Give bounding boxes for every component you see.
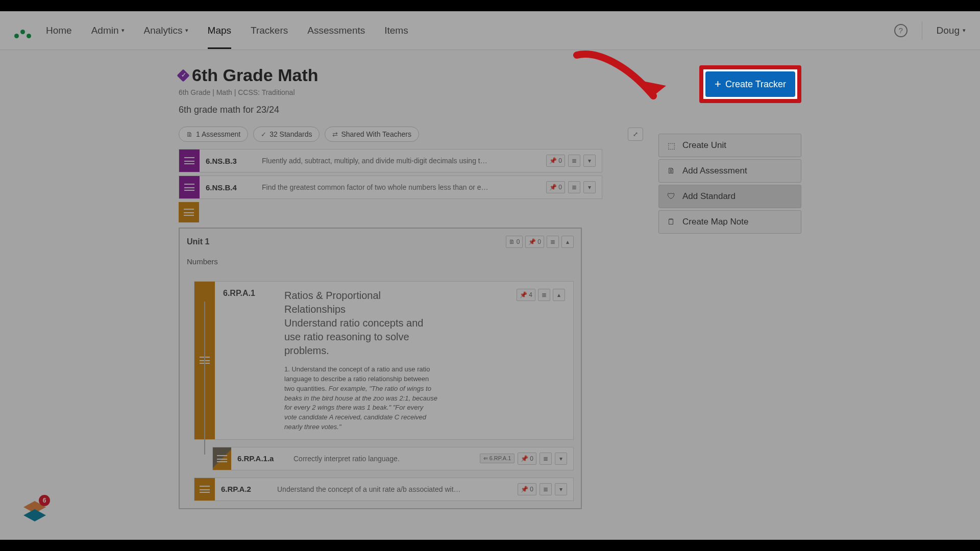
- standard-heading: Ratios & Proportional RelationshipsUnder…: [284, 289, 437, 358]
- pin-count[interactable]: 📌4: [517, 289, 535, 301]
- add-standard-button[interactable]: 🛡Add Standard: [658, 185, 801, 208]
- unit-card: Unit 1 🗎0 📌0 ≣ ▴ Numbers: [179, 228, 582, 509]
- standard-desc: Find the greatest common factor of two w…: [262, 183, 531, 191]
- standard-row[interactable]: 6.RP.A.1.a Correctly interpret ratio lan…: [212, 447, 574, 470]
- chevron-down-icon: ▾: [121, 27, 125, 34]
- drag-handle[interactable]: [194, 478, 215, 500]
- standard-row[interactable]: 6.RP.A.1 Ratios & Proportional Relations…: [194, 281, 574, 440]
- tree-connector: [204, 302, 205, 455]
- drag-handle[interactable]: [179, 176, 200, 198]
- breadcrumb: 6th Grade | Math | CCSS: Traditional: [179, 88, 643, 96]
- user-menu[interactable]: Doug▾: [937, 25, 966, 36]
- standard-row[interactable]: 6.RP.A.2 Understand the concept of a uni…: [194, 478, 574, 501]
- standard-code: 6.RP.A.2: [221, 485, 262, 493]
- list-icon-button[interactable]: ≣: [547, 236, 559, 248]
- nav-home[interactable]: Home: [46, 25, 72, 36]
- create-unit-button[interactable]: ⬚Create Unit: [658, 134, 801, 157]
- doc-count[interactable]: 🗎0: [506, 236, 523, 248]
- check-icon: ✓: [261, 131, 266, 138]
- chip-assessments[interactable]: 🗎1 Assessment: [179, 127, 248, 142]
- standard-row[interactable]: 6.NS.B.3 Fluently add, subtract, multipl…: [179, 149, 602, 172]
- standard-code: 6.RP.A.1.a: [237, 454, 278, 463]
- assessment-icon: 🗎: [666, 166, 676, 176]
- standard-code: 6.NS.B.3: [206, 157, 247, 165]
- nav-trackers[interactable]: Trackers: [251, 25, 288, 36]
- unit-subtitle: Numbers: [187, 257, 574, 266]
- standard-desc: Understand the concept of a unit rate a/…: [277, 485, 502, 493]
- plus-icon: +: [715, 78, 721, 91]
- page-title: 6th Grade Math: [179, 65, 643, 85]
- pin-icon: 📌: [528, 238, 536, 245]
- top-nav: Home Admin▾ Analytics▾ Maps Trackers Ass…: [0, 11, 980, 50]
- unit-title: Unit 1: [187, 237, 209, 246]
- pin-icon: 📌: [549, 157, 557, 164]
- svg-marker-2: [23, 509, 46, 521]
- add-assessment-button[interactable]: 🗎Add Assessment: [658, 159, 801, 183]
- drag-handle[interactable]: [213, 447, 231, 470]
- pin-icon: 📌: [521, 455, 528, 462]
- nav-admin[interactable]: Admin▾: [91, 25, 125, 36]
- parent-tag: ⇐ 6.RP.A.1: [480, 454, 515, 463]
- list-icon-button[interactable]: ≣: [568, 155, 580, 167]
- note-icon: 🗒: [666, 217, 676, 227]
- nav-analytics[interactable]: Analytics▾: [144, 25, 188, 36]
- assessment-icon: 🗎: [186, 131, 193, 138]
- list-icon-button[interactable]: ≣: [538, 289, 550, 301]
- collapse-button[interactable]: ▴: [553, 289, 565, 301]
- app-logo: [14, 23, 35, 38]
- chevron-down-icon: ▾: [185, 27, 188, 34]
- collapse-button[interactable]: ▾: [583, 155, 596, 167]
- standard-code: 6.RP.A.1: [223, 289, 264, 298]
- pin-icon: 📌: [520, 291, 527, 298]
- pin-count[interactable]: 📌0: [525, 236, 544, 248]
- create-tracker-highlight: + Create Tracker: [699, 65, 801, 103]
- drag-handle[interactable]: [179, 202, 199, 222]
- pin-count[interactable]: 📌0: [546, 181, 565, 193]
- verified-icon: [177, 69, 189, 82]
- shield-icon: 🛡: [666, 191, 676, 202]
- nav-assessments[interactable]: Assessments: [307, 25, 365, 36]
- standard-desc: Fluently add, subtract, multiply, and di…: [262, 157, 531, 165]
- collapse-button[interactable]: ▾: [555, 483, 567, 495]
- pin-count[interactable]: 📌0: [518, 453, 536, 465]
- standard-body: 1. Understand the concept of a ratio and…: [284, 365, 437, 432]
- collapse-button[interactable]: ▴: [561, 236, 574, 248]
- chip-standards[interactable]: ✓32 Standards: [253, 127, 320, 142]
- doc-icon: 🗎: [509, 238, 515, 245]
- chip-shared[interactable]: ⇄Shared With Teachers: [325, 127, 419, 142]
- help-icon[interactable]: ?: [894, 24, 908, 37]
- collapse-button[interactable]: ▾: [583, 181, 596, 193]
- divider: [922, 21, 922, 40]
- collapse-button[interactable]: ▾: [555, 453, 567, 465]
- pin-icon: 📌: [521, 486, 528, 493]
- unit-icon: ⬚: [666, 140, 676, 151]
- standard-row[interactable]: 6.NS.B.4 Find the greatest common factor…: [179, 176, 602, 199]
- notification-badge: 6: [39, 495, 50, 506]
- standard-desc: Correctly interpret ratio language.: [293, 455, 464, 463]
- create-map-note-button[interactable]: 🗒Create Map Note: [658, 210, 801, 234]
- help-widget[interactable]: 6: [21, 498, 48, 524]
- share-icon: ⇄: [332, 131, 338, 138]
- list-icon-button[interactable]: ≣: [540, 483, 552, 495]
- list-icon-button[interactable]: ≣: [540, 453, 552, 465]
- list-icon-button[interactable]: ≣: [568, 181, 580, 193]
- nav-items[interactable]: Items: [384, 25, 408, 36]
- standard-code: 6.NS.B.4: [206, 183, 247, 192]
- drag-handle[interactable]: [179, 149, 200, 172]
- nav-maps[interactable]: Maps: [208, 25, 231, 49]
- expand-all-button[interactable]: ⤢: [628, 128, 643, 141]
- page-subtitle: 6th grade math for 23/24: [179, 105, 643, 115]
- create-tracker-button[interactable]: + Create Tracker: [705, 71, 795, 97]
- pin-count[interactable]: 📌0: [518, 483, 536, 495]
- chevron-down-icon: ▾: [963, 27, 966, 34]
- pin-icon: 📌: [549, 184, 557, 191]
- pin-count[interactable]: 📌0: [546, 155, 565, 167]
- svg-marker-0: [641, 81, 666, 96]
